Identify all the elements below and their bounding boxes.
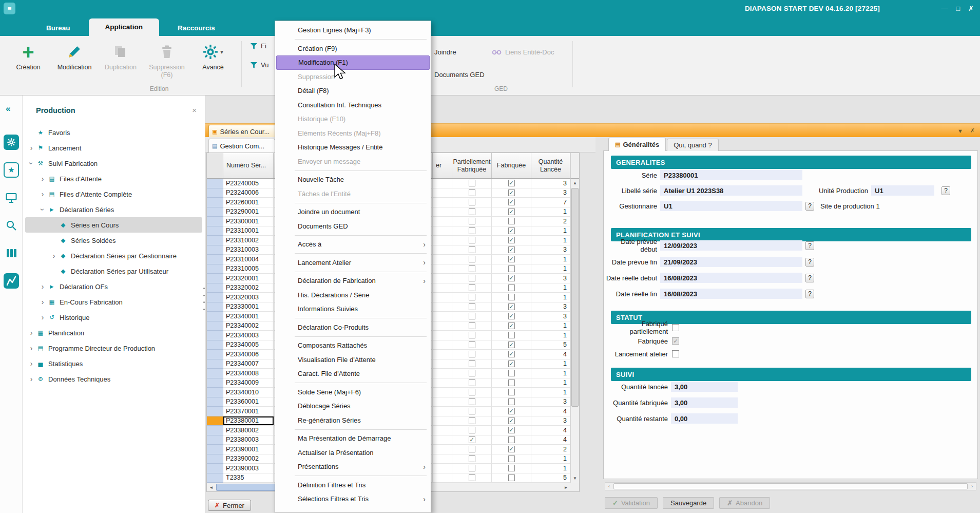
checkbox-partiellement-fabriquee[interactable] bbox=[469, 427, 475, 433]
scroll-left-icon[interactable]: ‹ bbox=[605, 483, 613, 490]
favorites-icon[interactable]: ★ bbox=[4, 162, 19, 178]
menu-item[interactable]: Modification (F1) bbox=[276, 55, 430, 70]
menu-item[interactable]: Lancement Atelier› bbox=[275, 256, 431, 270]
checkbox-partiellement-fabriquee[interactable] bbox=[469, 284, 475, 291]
detail-horizontal-scrollbar[interactable]: ‹ › bbox=[605, 482, 976, 490]
checkbox-partiellement-fabriquee[interactable] bbox=[469, 446, 475, 452]
checkbox-partiellement-fabriquee[interactable] bbox=[469, 189, 475, 196]
checkbox-fabriquee[interactable] bbox=[508, 218, 515, 224]
nav-item[interactable]: ›▤Programme Directeur de Production bbox=[25, 340, 202, 356]
column-header-qty[interactable]: Quantité Lancée bbox=[531, 153, 570, 178]
maximize-button[interactable]: □ bbox=[956, 5, 960, 12]
inner-tab-gestion[interactable]: ▤ Gestion Com... bbox=[208, 139, 275, 153]
joindre-button[interactable]: Joindre bbox=[434, 48, 456, 56]
checkbox-fabriquee[interactable] bbox=[508, 332, 515, 338]
menu-item[interactable]: Historique Messages / Entité bbox=[275, 140, 431, 155]
nav-item[interactable]: ›⚙Données Techniques bbox=[25, 371, 202, 387]
menu-item[interactable]: Visualisation File d'Attente bbox=[275, 353, 431, 367]
checkbox-partiellement-fabriquee[interactable] bbox=[469, 408, 475, 414]
creation-button[interactable]: +Création bbox=[5, 38, 51, 79]
column-header-leader[interactable] bbox=[207, 153, 223, 178]
modules-icon[interactable] bbox=[4, 135, 19, 150]
detail-tab-generalites[interactable]: ▤Généralités bbox=[608, 138, 666, 151]
checkbox-partiellement-fabriquee[interactable] bbox=[469, 294, 475, 300]
expander-icon[interactable]: › bbox=[27, 144, 35, 152]
expander-icon[interactable]: › bbox=[39, 282, 47, 291]
checkbox-partiellement-fabriquee[interactable] bbox=[469, 303, 475, 310]
nav-item[interactable]: ◆Déclaration Séries par Utilisateur bbox=[25, 263, 202, 279]
checkbox-partiellement-fabriquee[interactable] bbox=[469, 208, 475, 215]
checkbox-partiellement-fabriquee[interactable]: ✓ bbox=[469, 436, 475, 443]
ribbon-tab-raccourcis[interactable]: Raccourcis bbox=[161, 21, 232, 36]
menu-item[interactable]: Composants Rattachés bbox=[275, 338, 431, 353]
quantity-value-field[interactable]: 3,00 bbox=[671, 397, 738, 408]
checkbox-fabriquee[interactable]: ✓ bbox=[508, 256, 515, 262]
checkbox-partiellement-fabriquee[interactable] bbox=[469, 256, 475, 262]
modification-button[interactable]: Modification bbox=[51, 38, 98, 79]
menu-item[interactable]: Documents GED bbox=[275, 219, 431, 234]
sauvegarde-button[interactable]: Sauvegarde bbox=[663, 497, 714, 509]
menu-item[interactable]: Ma Présentation de Démarrage bbox=[275, 431, 431, 446]
checkbox-fabriquee[interactable] bbox=[508, 284, 515, 291]
help-button[interactable]: ? bbox=[805, 274, 814, 282]
checkbox-partiellement-fabriquee[interactable] bbox=[469, 360, 475, 367]
nav-item[interactable]: ›⚑Lancement bbox=[25, 140, 202, 156]
splitter-handle[interactable] bbox=[203, 288, 205, 310]
nav-item[interactable]: ›▤Files d'Attente bbox=[25, 171, 202, 186]
checkbox-partiellement-fabriquee[interactable] bbox=[469, 246, 475, 253]
nav-item[interactable]: ›►Déclaration OFs bbox=[25, 279, 202, 294]
menu-item[interactable]: Déclaration de Fabrication› bbox=[275, 274, 431, 288]
expander-icon[interactable]: › bbox=[27, 359, 35, 368]
checkbox-fabriquee[interactable] bbox=[508, 389, 515, 395]
menu-item[interactable]: Détail (F8) bbox=[275, 84, 431, 98]
checkbox-partiellement-fabriquee[interactable] bbox=[469, 313, 475, 319]
help-button[interactable]: ? bbox=[941, 186, 950, 195]
menu-item[interactable]: Sélections Filtres et Tris› bbox=[275, 492, 431, 506]
columns-icon[interactable] bbox=[4, 245, 19, 261]
checkbox-fabriquee[interactable] bbox=[508, 265, 515, 272]
checkbox-fabriquee[interactable]: ✓ bbox=[508, 427, 515, 433]
menu-item[interactable]: His. Déclarations / Série bbox=[275, 288, 431, 302]
expander-icon[interactable]: › bbox=[39, 175, 47, 183]
ribbon-tab-bureau[interactable]: Bureau bbox=[30, 21, 87, 36]
expander-icon[interactable]: › bbox=[39, 298, 47, 306]
checkbox-fabriquee[interactable]: ✓ bbox=[508, 313, 515, 319]
checkbox-fabriquee[interactable]: ✓ bbox=[508, 227, 515, 234]
nav-item[interactable]: ›▦Planification bbox=[25, 325, 202, 340]
detail-tab-qui-quand[interactable]: Qui, quand ? bbox=[667, 139, 718, 151]
nav-item[interactable]: ›▤Files d'Attente Complète bbox=[25, 186, 202, 202]
date-value-field[interactable]: 16/08/2023 bbox=[660, 289, 802, 299]
menu-item[interactable]: Gestion Lignes (Maj+F3) bbox=[275, 23, 431, 37]
menu-item[interactable]: Définition Filtres et Tris bbox=[275, 478, 431, 492]
checkbox-partiellement-fabriquee[interactable] bbox=[469, 275, 475, 281]
menu-item[interactable]: Consultation Inf. Techniques bbox=[275, 98, 431, 112]
checkbox-fabriquee[interactable]: ✓ bbox=[508, 360, 515, 367]
checkbox-fabriquee[interactable] bbox=[508, 370, 515, 376]
checkbox-fabriquee[interactable] bbox=[508, 398, 515, 405]
date-value-field[interactable]: 12/09/2023 bbox=[660, 240, 802, 251]
menu-item[interactable]: Informations Suivies bbox=[275, 302, 431, 316]
status-checkbox[interactable] bbox=[672, 324, 679, 331]
checkbox-partiellement-fabriquee[interactable] bbox=[469, 218, 475, 224]
close-panel-icon[interactable]: × bbox=[192, 106, 197, 115]
expander-icon[interactable]: › bbox=[39, 190, 47, 198]
nav-item[interactable]: ★Favoris bbox=[25, 125, 202, 140]
menu-item[interactable]: Présentations› bbox=[275, 460, 431, 474]
menu-item[interactable]: Déclaration Co-Produits bbox=[275, 320, 431, 335]
checkbox-fabriquee[interactable]: ✓ bbox=[508, 199, 515, 205]
close-document-icon[interactable]: ✗ bbox=[970, 127, 975, 134]
column-header-sliver[interactable]: er bbox=[433, 153, 452, 178]
help-button[interactable]: ? bbox=[805, 258, 814, 267]
menu-item[interactable]: Déblocage Séries bbox=[275, 399, 431, 413]
expander-icon[interactable]: › bbox=[27, 159, 35, 167]
nav-item[interactable]: ◆Séries Soldées bbox=[25, 233, 202, 248]
quantity-value-field[interactable]: 3,00 bbox=[671, 382, 738, 392]
checkbox-partiellement-fabriquee[interactable] bbox=[469, 332, 475, 338]
menu-item[interactable]: Re-génération Séries bbox=[275, 413, 431, 428]
checkbox-partiellement-fabriquee[interactable] bbox=[469, 322, 475, 329]
detail-scroll-thumb[interactable] bbox=[613, 483, 968, 489]
scroll-right-icon[interactable]: ► bbox=[562, 483, 570, 491]
scroll-right-icon[interactable]: › bbox=[968, 483, 976, 490]
column-header-num[interactable]: Numéro Sér... bbox=[223, 153, 274, 178]
checkbox-partiellement-fabriquee[interactable] bbox=[469, 227, 475, 234]
